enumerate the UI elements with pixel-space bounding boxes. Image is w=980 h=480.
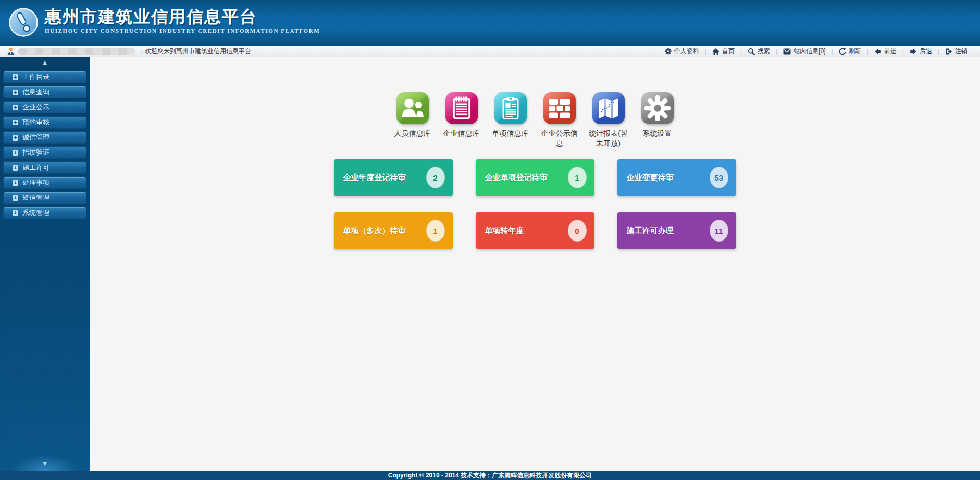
messages-label: 站内信息[0]	[793, 47, 825, 56]
sidebar-collapse-up-button[interactable]: ▲	[0, 57, 90, 68]
sidebar-item-integrity-management[interactable]: + 诚信管理	[3, 131, 86, 144]
expand-plus-icon: +	[13, 74, 18, 80]
logout-icon	[945, 48, 952, 55]
count-badge: 11	[710, 220, 728, 242]
bricks-icon	[543, 92, 576, 124]
app-shortcut-publicity-info[interactable]: 企业公示信息	[539, 92, 580, 148]
chevron-down-icon: ▼	[43, 461, 47, 466]
arrow-left-icon	[874, 48, 882, 55]
sidebar-item-label: 处理事项	[22, 178, 49, 187]
messages-button[interactable]: 站内信息[0]	[777, 47, 831, 56]
card-label: 企业单项登记待审	[485, 173, 548, 183]
app-label: 企业公示信息	[539, 129, 580, 148]
forward-nav-label: 前进	[884, 47, 897, 56]
status-card-single-multiple-review[interactable]: 单项（多次）待审 1	[334, 212, 453, 249]
map-icon	[592, 92, 625, 124]
refresh-label: 刷新	[849, 47, 861, 56]
sidebar-item-enterprise-publicity[interactable]: + 企业公示	[3, 101, 86, 113]
user-avatar-icon	[7, 47, 15, 55]
home-label: 首页	[722, 47, 735, 56]
status-card-construction-permit[interactable]: 施工许可办理 11	[617, 212, 736, 249]
app-shortcut-system-settings[interactable]: 系统设置	[637, 92, 678, 148]
home-button[interactable]: 首页	[706, 47, 740, 56]
clipboard-icon	[494, 92, 527, 124]
app-label: 统计报表(暂未开放)	[588, 129, 629, 148]
sidebar-collapse-down-button[interactable]: ▼	[0, 459, 90, 469]
welcome-text: ，欢迎您来到惠州市建筑业信用信息平台	[139, 47, 251, 56]
app-shortcut-project-db[interactable]: 单项信息库	[490, 92, 531, 148]
gear-icon	[641, 92, 674, 124]
search-icon	[748, 48, 755, 55]
sidebar-item-label: 短信管理	[22, 193, 49, 203]
app-label: 单项信息库	[492, 129, 529, 138]
count-badge: 1	[426, 220, 445, 242]
forward-nav-button[interactable]: 前进	[869, 47, 902, 56]
count-badge: 1	[568, 167, 587, 188]
sidebar-item-info-query[interactable]: + 信息查询	[3, 86, 86, 98]
count-badge: 2	[426, 167, 445, 188]
sidebar-item-fingerprint-verify[interactable]: + 指纹验证	[3, 146, 86, 159]
notepad-icon	[445, 92, 478, 124]
app-shortcut-enterprise-db[interactable]: 企业信息库	[441, 92, 482, 148]
logout-label: 注销	[955, 47, 967, 56]
copyright-text: Copyright © 2010 - 2014 技术支持：广东腾晖信息科技开发股…	[388, 472, 592, 479]
refresh-button[interactable]: 刷新	[833, 47, 867, 56]
profile-button[interactable]: 个人资料	[659, 47, 705, 56]
chevron-up-icon: ▲	[43, 59, 47, 65]
status-card-single-to-annual[interactable]: 单项转年度 0	[476, 212, 594, 249]
sidebar-item-label: 诚信管理	[22, 133, 49, 142]
card-label: 单项转年度	[485, 226, 524, 236]
sidebar-item-label: 信息查询	[22, 87, 49, 97]
search-button[interactable]: 搜索	[742, 47, 776, 56]
sidebar-item-processing-matters[interactable]: + 处理事项	[3, 176, 86, 189]
sidebar-item-label: 工作目录	[22, 72, 49, 82]
toolbar-actions: 个人资料 | 首页 | 搜索 | 站内信息[0] |	[659, 47, 973, 56]
main-content: 人员信息库 企业信息库	[90, 57, 980, 471]
page-title: 惠州市建筑业信用信息平台	[45, 7, 320, 27]
sidebar-nav: + 工作目录 + 信息查询 + 企业公示 + 预约审核 + 诚信管理 + 指纹验…	[0, 68, 90, 219]
sidebar-item-label: 企业公示	[22, 103, 49, 112]
logout-button[interactable]: 注销	[939, 47, 973, 56]
sidebar-item-appointment-review[interactable]: + 预约审核	[3, 116, 86, 129]
home-icon	[712, 48, 720, 55]
user-toolbar: ，欢迎您来到惠州市建筑业信用信息平台 个人资料 | 首页 |	[0, 46, 980, 57]
expand-plus-icon: +	[13, 210, 18, 216]
count-badge: 53	[710, 167, 728, 188]
user-info: ，欢迎您来到惠州市建筑业信用信息平台	[7, 47, 251, 56]
expand-plus-icon: +	[13, 165, 18, 171]
sidebar-item-label: 预约审核	[22, 118, 49, 127]
status-card-annual-registration[interactable]: 企业年度登记待审 2	[334, 159, 453, 196]
back-nav-button[interactable]: 后退	[904, 47, 938, 56]
card-label: 施工许可办理	[627, 226, 674, 236]
expand-plus-icon: +	[13, 120, 18, 125]
search-label: 搜索	[758, 47, 770, 56]
sidebar-item-label: 施工许可	[22, 163, 49, 172]
people-icon	[396, 92, 429, 124]
status-card-single-registration[interactable]: 企业单项登记待审 1	[476, 159, 594, 196]
card-label: 企业变更待审	[627, 173, 674, 183]
app-shortcuts: 人员信息库 企业信息库	[392, 92, 678, 148]
sidebar-item-work-directory[interactable]: + 工作目录	[3, 71, 86, 83]
page-subtitle: HUIZHOU CITY CONSTRUCTION INDUSTRY CREDI…	[45, 28, 320, 34]
app-label: 系统设置	[643, 129, 672, 138]
profile-label: 个人资料	[674, 47, 699, 56]
sidebar-item-construction-permit[interactable]: + 施工许可	[3, 161, 86, 174]
platform-logo-icon	[8, 7, 39, 37]
sidebar-item-sms-management[interactable]: + 短信管理	[3, 192, 86, 204]
profile-gear-icon	[665, 48, 672, 55]
card-label: 单项（多次）待审	[343, 226, 406, 236]
status-card-enterprise-change[interactable]: 企业变更待审 53	[617, 159, 736, 196]
app-shortcut-personnel-db[interactable]: 人员信息库	[392, 92, 433, 148]
app-label: 企业信息库	[443, 129, 480, 138]
sidebar-item-system-management[interactable]: + 系统管理	[3, 207, 86, 219]
arrow-right-icon	[910, 48, 917, 55]
expand-plus-icon: +	[13, 195, 18, 201]
app-label: 人员信息库	[394, 129, 431, 138]
sidebar-item-label: 系统管理	[22, 208, 49, 218]
footer: Copyright © 2010 - 2014 技术支持：广东腾晖信息科技开发股…	[0, 471, 980, 480]
app-header: 惠州市建筑业信用信息平台 HUIZHOU CITY CONSTRUCTION I…	[0, 0, 980, 46]
card-label: 企业年度登记待审	[343, 173, 406, 183]
app-shortcut-statistics-report[interactable]: 统计报表(暂未开放)	[588, 92, 629, 148]
refresh-icon	[839, 48, 846, 55]
sidebar: ▲ + 工作目录 + 信息查询 + 企业公示 + 预约审核 + 诚信管理 + 指…	[0, 57, 90, 471]
